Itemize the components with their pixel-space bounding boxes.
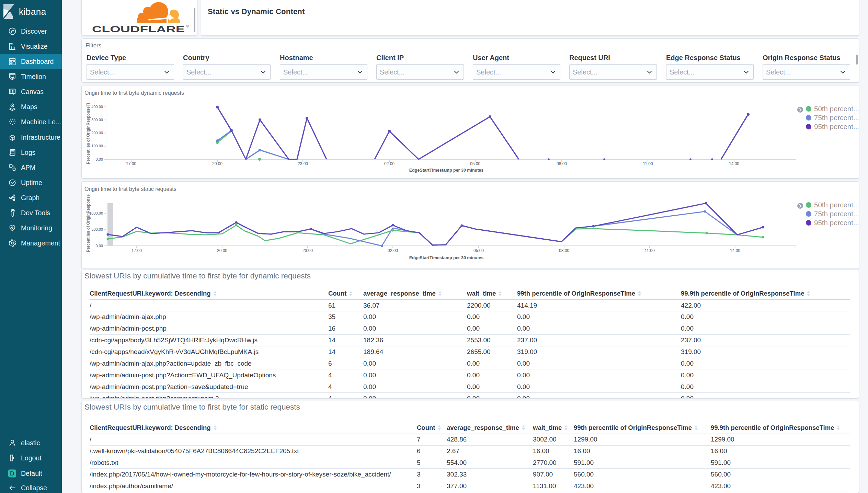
svg-text:20:00: 20:00 (217, 248, 227, 253)
svg-text:05:00: 05:00 (473, 248, 484, 253)
svg-text:Percentiles of OriginResponseT: Percentiles of OriginResponseTi (86, 103, 91, 164)
svg-text:100.00: 100.00 (91, 144, 103, 148)
svg-text:Origin time to first byte dyna: Origin time to first byte dynamic reques… (84, 90, 184, 96)
svg-text:17:00: 17:00 (132, 248, 142, 253)
svg-text:08:00: 08:00 (557, 161, 567, 166)
svg-text:300.00: 300.00 (91, 118, 103, 122)
svg-text:0.00: 0.00 (96, 244, 103, 248)
svg-text:0.00: 0.00 (96, 157, 103, 161)
svg-text:CLOUDFLARE: CLOUDFLARE (92, 24, 185, 34)
svg-text:EdgeStartTimestamp per 30 minu: EdgeStartTimestamp per 30 minutes (409, 255, 484, 260)
svg-text:08:00: 08:00 (559, 248, 569, 253)
svg-text:11:00: 11:00 (643, 161, 653, 166)
svg-text:02:00: 02:00 (388, 248, 398, 253)
svg-text:1000.00: 1000.00 (89, 211, 103, 215)
svg-text:Percentiles of OriginResponse: Percentiles of OriginResponse (86, 194, 91, 252)
svg-text:05:00: 05:00 (470, 161, 480, 166)
svg-text:17:00: 17:00 (126, 161, 136, 166)
svg-text:200.00: 200.00 (91, 131, 103, 135)
svg-text:23:00: 23:00 (298, 161, 308, 166)
svg-text:14:00: 14:00 (729, 161, 739, 166)
svg-text:02:00: 02:00 (384, 161, 395, 166)
svg-text:®: ® (186, 24, 189, 28)
svg-text:14:00: 14:00 (730, 248, 740, 253)
svg-text:Origin time to first byte stat: Origin time to first byte static request… (84, 186, 176, 192)
svg-text:23:00: 23:00 (302, 248, 313, 253)
svg-text:500.00: 500.00 (91, 227, 103, 231)
svg-text:20:00: 20:00 (212, 161, 222, 166)
svg-text:EdgeStartTimestamp per 30 minu: EdgeStartTimestamp per 30 minutes (409, 168, 484, 173)
svg-text:11:00: 11:00 (644, 248, 654, 253)
svg-text:400.00: 400.00 (91, 105, 103, 109)
